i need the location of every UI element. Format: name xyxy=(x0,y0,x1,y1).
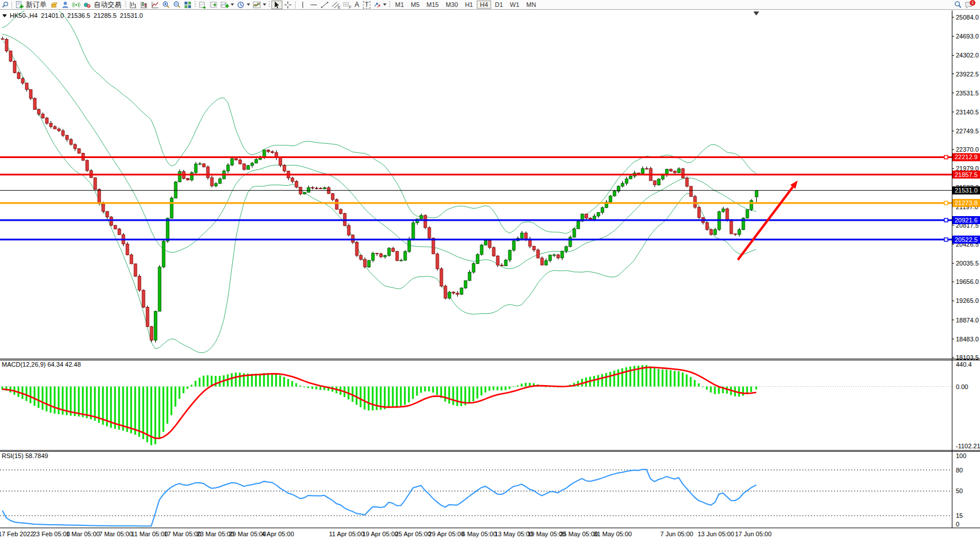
tab-timeframe-W1[interactable]: W1 xyxy=(507,1,523,9)
new-chart-icon[interactable] xyxy=(219,1,235,9)
crosshair-tool-button[interactable] xyxy=(282,1,293,9)
user-icon[interactable] xyxy=(60,1,71,9)
search-icon[interactable] xyxy=(0,1,10,9)
chart-shift-marker[interactable] xyxy=(753,11,759,16)
divider xyxy=(295,1,296,9)
tab-timeframe-H1[interactable]: H1 xyxy=(462,1,476,9)
trendline-tool[interactable] xyxy=(319,1,330,9)
new-order-button[interactable]: 新订单 xyxy=(14,1,49,9)
signal-icon[interactable] xyxy=(71,1,82,9)
svg-text:-1102.21: -1102.21 xyxy=(956,443,980,449)
pane-separators xyxy=(0,359,980,528)
svg-text:19 Apr 05:00: 19 Apr 05:00 xyxy=(362,531,398,537)
svg-text:18483.0: 18483.0 xyxy=(956,336,979,343)
svg-text:0: 0 xyxy=(956,521,959,528)
svg-text:29 Mar 05:00: 29 Mar 05:00 xyxy=(229,531,266,537)
tab-timeframe-M15[interactable]: M15 xyxy=(424,1,442,9)
bollinger-bands xyxy=(2,3,756,353)
equidistant-channel-tool[interactable]: E xyxy=(330,1,341,9)
fibonacci-tool[interactable]: F xyxy=(341,1,352,9)
svg-text:22749.5: 22749.5 xyxy=(956,128,979,134)
svg-text:23531.5: 23531.5 xyxy=(956,90,979,97)
chevron-down-icon xyxy=(263,3,266,6)
tab-timeframe-MN[interactable]: MN xyxy=(523,1,539,9)
chevron-down-icon xyxy=(231,3,234,6)
divider xyxy=(12,1,12,9)
chart-shift-icon[interactable] xyxy=(208,1,219,9)
svg-text:19265.0: 19265.0 xyxy=(956,297,979,304)
line-chart-icon[interactable] xyxy=(150,1,160,9)
gold-cube-icon[interactable] xyxy=(49,1,60,9)
svg-text:11 Apr 05:00: 11 Apr 05:00 xyxy=(329,531,365,537)
tab-timeframe-M5[interactable]: M5 xyxy=(408,1,422,9)
svg-text:25 May 05:00: 25 May 05:00 xyxy=(560,531,598,537)
bar-chart-icon[interactable] xyxy=(128,1,139,9)
svg-text:20921.6: 20921.6 xyxy=(955,217,978,224)
tab-timeframe-M30[interactable]: M30 xyxy=(443,1,461,9)
symbol-search-icon[interactable] xyxy=(952,1,963,9)
candlestick-chart-icon[interactable] xyxy=(139,1,150,9)
text-tool[interactable]: A xyxy=(352,1,362,9)
svg-text:22212.9: 22212.9 xyxy=(955,153,978,160)
timeframe-switcher: M1M5M15M30H1H4D1W1MN xyxy=(392,1,539,9)
group-grip xyxy=(125,1,127,8)
text-label-tool[interactable]: T xyxy=(362,1,372,9)
cursor-tool-button[interactable] xyxy=(271,1,282,9)
vertical-line-tool[interactable] xyxy=(297,1,308,9)
svg-text:80: 80 xyxy=(956,467,963,474)
arrows-tool[interactable] xyxy=(372,1,388,9)
fibonacci-letter: F xyxy=(349,5,351,9)
svg-text:29 Apr 05:00: 29 Apr 05:00 xyxy=(428,531,464,537)
magnifier-icon xyxy=(1,1,9,9)
macd-pane xyxy=(0,365,952,445)
date-axis-labels[interactable]: 17 Feb 202223 Feb 05:001 Mar 05:007 Mar … xyxy=(0,531,772,537)
tab-timeframe-H4[interactable]: H4 xyxy=(477,1,491,9)
new-order-label: 新订单 xyxy=(25,0,48,10)
svg-text:15: 15 xyxy=(956,512,963,519)
tab-timeframe-D1[interactable]: D1 xyxy=(492,1,506,9)
svg-text:25084.0: 25084.0 xyxy=(956,14,979,21)
toolbar-right: 1 xyxy=(952,1,978,9)
crosshair-icon xyxy=(284,1,292,9)
zoom-out-icon[interactable] xyxy=(171,1,182,9)
svg-text:100: 100 xyxy=(956,452,966,459)
svg-text:21857.5: 21857.5 xyxy=(955,171,978,178)
tile-windows-icon[interactable] xyxy=(182,1,193,9)
svg-text:23 Feb 05:00: 23 Feb 05:00 xyxy=(33,531,70,537)
svg-text:23922.5: 23922.5 xyxy=(956,71,979,78)
svg-text:18874.0: 18874.0 xyxy=(956,317,979,324)
svg-text:17 Mar 05:00: 17 Mar 05:00 xyxy=(164,531,201,537)
svg-text:17 Feb 2022: 17 Feb 2022 xyxy=(0,531,34,537)
svg-text:24693.0: 24693.0 xyxy=(956,33,979,40)
group-grip xyxy=(389,1,391,8)
main-toolbar: 新订单 自动交易 xyxy=(0,0,980,10)
label-tool-letter: T xyxy=(363,1,370,9)
svg-text:20035.5: 20035.5 xyxy=(956,260,979,267)
autotrading-button[interactable]: 自动交易 xyxy=(82,1,124,9)
svg-text:21531.0: 21531.0 xyxy=(955,187,978,194)
notifications-button[interactable]: 1 xyxy=(963,1,974,9)
svg-text:7 Mar 05:00: 7 Mar 05:00 xyxy=(99,531,133,537)
notification-badge: 1 xyxy=(970,0,975,6)
chevron-down-icon xyxy=(247,3,250,6)
indicators-icon[interactable] xyxy=(251,1,267,9)
zoom-in-icon[interactable] xyxy=(160,1,171,9)
channel-letter: E xyxy=(338,5,340,9)
svg-text:19656.0: 19656.0 xyxy=(956,278,979,285)
group-grip xyxy=(269,1,270,8)
svg-text:7 Jun 05:00: 7 Jun 05:00 xyxy=(660,531,694,537)
chevron-down-icon xyxy=(383,3,386,6)
chart-canvas[interactable]: 25084.024693.024302.023922.523531.523140… xyxy=(0,0,980,542)
clock-icon[interactable] xyxy=(235,1,251,9)
tab-timeframe-M1[interactable]: M1 xyxy=(392,1,407,9)
horizontal-line-tool[interactable] xyxy=(308,1,319,9)
candles-layer xyxy=(1,37,758,343)
svg-text:50: 50 xyxy=(956,487,963,494)
svg-text:23140.5: 23140.5 xyxy=(956,109,979,116)
svg-text:1 Mar 05:00: 1 Mar 05:00 xyxy=(66,531,100,537)
svg-text:13 Jun 05:00: 13 Jun 05:00 xyxy=(698,531,734,537)
svg-text:0.00: 0.00 xyxy=(956,383,968,390)
horizontal-levels[interactable] xyxy=(0,155,952,241)
svg-text:4 Apr 05:00: 4 Apr 05:00 xyxy=(262,531,294,537)
auto-scroll-icon[interactable] xyxy=(197,1,208,9)
